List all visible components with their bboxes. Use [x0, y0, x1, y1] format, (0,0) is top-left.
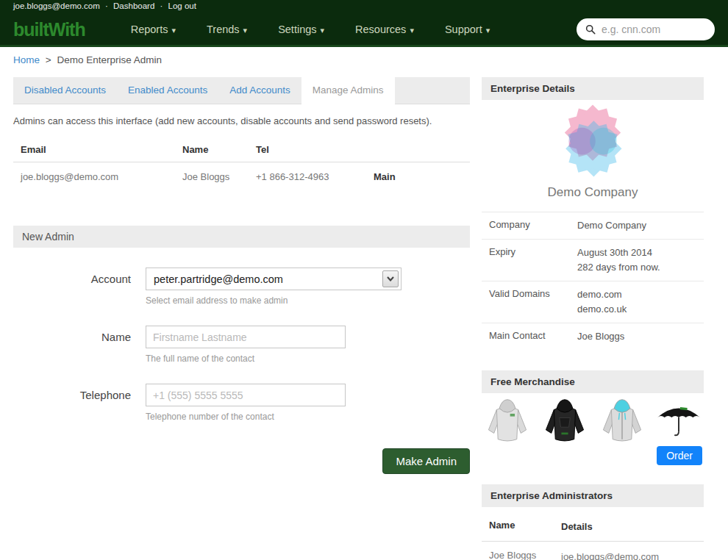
builtwith-logo[interactable]: builtWith — [13, 19, 85, 40]
merchandise-row: Order — [482, 398, 704, 465]
company-logo — [482, 104, 704, 185]
chevron-down-icon: ▾ — [321, 26, 325, 35]
col-header-email: Email — [21, 144, 182, 155]
enterprise-details-title: Enterprise Details — [482, 77, 704, 100]
tab-disabled-accounts[interactable]: Disabled Accounts — [13, 77, 117, 104]
admin-panel-column: Disabled Accounts Enabled Accounts Add A… — [13, 65, 470, 474]
detail-label: Valid Domains — [489, 287, 577, 317]
account-label: Account — [13, 273, 131, 285]
col-header-tel: Tel — [256, 144, 374, 155]
admins-table-header: Email Name Tel — [13, 138, 470, 162]
detail-row-company: Company Demo Company — [482, 212, 704, 239]
admins-table: Email Name Tel joe.bloggs@demo.com Joe B… — [13, 138, 470, 191]
tab-add-accounts[interactable]: Add Accounts — [218, 77, 301, 104]
black-umbrella-image[interactable] — [655, 398, 702, 442]
detail-row-valid-domains: Valid Domains demo.com demo.co.uk — [482, 281, 704, 323]
site-header: joe.bloggs@demo.com · Dashboard · Log ou… — [0, 0, 728, 47]
enterprise-admins-table: Name Details Joe Bloggs joe.bloggs@demo.… — [482, 513, 704, 560]
utility-bar: joe.bloggs@demo.com · Dashboard · Log ou… — [0, 0, 728, 14]
site-search — [577, 18, 715, 40]
black-jacket-image[interactable] — [540, 398, 589, 465]
gray-hoodie-image[interactable] — [483, 398, 532, 465]
account-select-value: peter.partridge@demo.com — [146, 273, 382, 285]
tab-manage-admins[interactable]: Manage Admins — [301, 77, 395, 104]
breadcrumb-home-link[interactable]: Home — [13, 54, 40, 65]
table-row: Joe Bloggs joe.bloggs@demo.com +1 866-31… — [482, 542, 704, 560]
name-form-row: Name — [13, 326, 470, 348]
nav-item-trends[interactable]: Trends▾ — [196, 19, 257, 40]
breadcrumb-current: Demo Enterprise Admin — [57, 54, 162, 65]
page: joe.bloggs@demo.com · Dashboard · Log ou… — [0, 0, 728, 560]
main-navbar: builtWith Reports▾ Trends▾ Settings▾ Res… — [0, 14, 728, 45]
nav-label: Resources — [355, 24, 406, 35]
detail-label: Expiry — [489, 245, 577, 275]
account-select[interactable]: peter.partridge@demo.com — [146, 268, 402, 290]
enterprise-details-list: Company Demo Company Expiry August 30th … — [482, 212, 704, 350]
name-label: Name — [13, 331, 131, 343]
detail-label: Main Contact — [489, 329, 577, 344]
detail-value: Joe Bloggs — [577, 329, 624, 344]
detail-value: demo.co.uk — [577, 302, 627, 317]
chevron-down-icon: ▾ — [486, 26, 490, 35]
nav-item-support[interactable]: Support▾ — [435, 19, 500, 40]
chevron-down-icon — [387, 276, 394, 281]
col-header-details: Details — [561, 520, 593, 534]
telephone-help-text: Telephone number of the contact — [146, 412, 470, 422]
main-content: Disabled Accounts Enabled Accounts Add A… — [0, 65, 728, 560]
detail-value: Demo Company — [577, 218, 646, 233]
umbrella-and-order: Order — [655, 398, 702, 465]
detail-value: 282 days from now. — [577, 260, 660, 275]
admins-intro-text: Admins can access this interface (add ne… — [13, 115, 470, 126]
main-admin-badge: Main — [374, 171, 462, 182]
chevron-down-icon: ▾ — [243, 26, 248, 35]
name-field[interactable] — [146, 326, 346, 348]
table-row: joe.bloggs@demo.com Joe Bloggs +1 866-31… — [13, 162, 470, 191]
admin-email-cell: joe.bloggs@demo.com — [561, 550, 659, 560]
admin-name-cell: Joe Bloggs — [182, 171, 256, 182]
detail-label: Company — [489, 218, 577, 233]
logout-link[interactable]: Log out — [168, 1, 196, 10]
submit-row: Make Admin — [13, 448, 470, 474]
tab-enabled-accounts[interactable]: Enabled Accounts — [117, 77, 218, 104]
utility-separator: · — [160, 1, 163, 10]
telephone-form-row: Telephone — [13, 384, 470, 406]
detail-row-main-contact: Main Contact Joe Bloggs — [482, 323, 704, 350]
nav-label: Reports — [131, 24, 168, 35]
admin-name-cell: Joe Bloggs — [489, 550, 561, 560]
admin-email-cell: joe.bloggs@demo.com — [21, 171, 182, 182]
dashboard-link[interactable]: Dashboard — [113, 1, 154, 10]
enterprise-administrators-title: Enterprise Administrators — [482, 484, 704, 507]
company-name: Demo Company — [482, 185, 704, 212]
new-admin-section-title: New Admin — [13, 226, 470, 248]
detail-value: August 30th 2014 — [577, 245, 660, 260]
telephone-label: Telephone — [13, 389, 131, 401]
nav-label: Settings — [278, 24, 316, 35]
select-dropdown-button[interactable] — [382, 270, 399, 287]
telephone-field[interactable] — [146, 384, 346, 406]
search-icon — [585, 24, 596, 35]
name-help-text: The full name of the contact — [146, 353, 470, 364]
gray-zip-hoodie-image[interactable] — [598, 398, 646, 465]
col-header-name: Name — [489, 520, 561, 534]
breadcrumb: Home > Demo Enterprise Admin — [0, 47, 728, 65]
order-button[interactable]: Order — [657, 446, 702, 465]
search-input[interactable] — [602, 24, 704, 35]
nav-item-resources[interactable]: Resources▾ — [345, 19, 424, 40]
nav-label: Trends — [207, 24, 240, 35]
make-admin-button[interactable]: Make Admin — [382, 448, 470, 474]
col-header-blank — [374, 144, 462, 155]
account-email-link[interactable]: joe.bloggs@demo.com — [13, 1, 100, 10]
account-form-row: Account peter.partridge@demo.com — [13, 268, 470, 290]
flower-logo-image — [538, 104, 648, 182]
col-header-name: Name — [182, 144, 256, 155]
chevron-down-icon: ▾ — [171, 26, 176, 35]
account-help-text: Select email address to make admin — [146, 295, 470, 306]
nav-label: Support — [445, 24, 482, 35]
free-merchandise-title: Free Merchandise — [482, 370, 704, 393]
utility-separator: · — [105, 1, 108, 10]
nav-item-settings[interactable]: Settings▾ — [268, 19, 335, 40]
chevron-down-icon: ▾ — [410, 26, 414, 35]
enterprise-admins-header: Name Details — [482, 513, 704, 542]
nav-item-reports[interactable]: Reports▾ — [121, 19, 186, 40]
breadcrumb-separator: > — [46, 54, 51, 65]
